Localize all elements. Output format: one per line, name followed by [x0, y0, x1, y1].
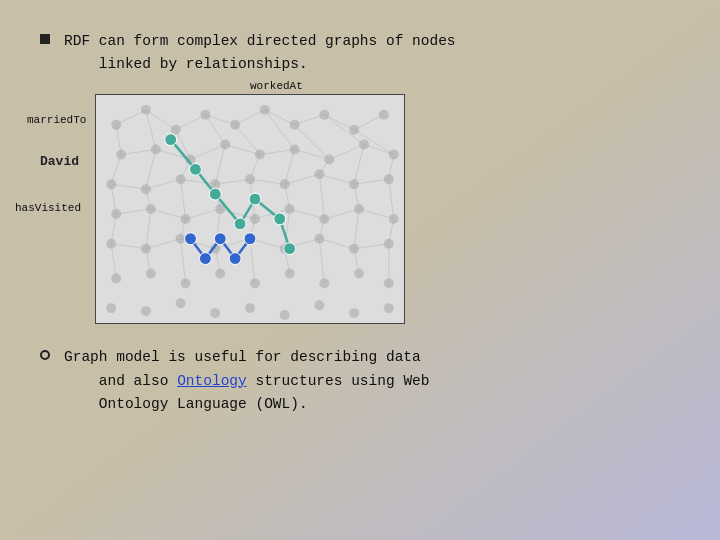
- svg-line-77: [235, 125, 260, 155]
- graph-box: [95, 94, 405, 324]
- label-marriedTo: marriedTo: [27, 114, 86, 126]
- bullet-square-icon: [40, 34, 50, 44]
- svg-point-59: [245, 304, 255, 314]
- svg-line-134: [146, 239, 181, 249]
- svg-line-90: [111, 155, 121, 185]
- svg-line-140: [354, 244, 389, 249]
- svg-line-66: [176, 115, 206, 130]
- svg-line-93: [215, 145, 225, 185]
- bullet-2-text: Graph model is useful for describing dat…: [64, 346, 429, 416]
- bullet-2: Graph model is useful for describing dat…: [40, 346, 680, 416]
- svg-line-95: [285, 150, 295, 185]
- bullet-circle-icon: [40, 350, 50, 360]
- svg-line-76: [205, 115, 225, 145]
- svg-line-107: [111, 185, 116, 215]
- svg-point-162: [209, 189, 221, 201]
- svg-point-168: [199, 253, 211, 265]
- label-workedAt: workedAt: [250, 80, 303, 92]
- svg-line-72: [354, 115, 384, 130]
- svg-line-119: [220, 209, 255, 219]
- svg-line-125: [146, 209, 151, 249]
- svg-point-0: [111, 120, 121, 130]
- svg-point-164: [249, 194, 261, 206]
- svg-line-102: [215, 180, 250, 185]
- svg-line-117: [151, 209, 186, 219]
- graph-svg: [96, 95, 404, 323]
- svg-line-73: [116, 125, 121, 155]
- svg-line-121: [290, 209, 325, 219]
- svg-point-58: [210, 309, 220, 319]
- svg-point-56: [141, 307, 151, 317]
- svg-line-104: [285, 175, 320, 185]
- svg-line-100: [146, 180, 181, 190]
- svg-line-124: [111, 214, 116, 244]
- svg-line-118: [186, 209, 221, 219]
- svg-line-139: [319, 239, 354, 249]
- svg-point-9: [379, 110, 389, 120]
- svg-point-167: [185, 233, 197, 245]
- svg-line-116: [116, 209, 151, 214]
- svg-point-61: [314, 301, 324, 311]
- svg-line-89: [364, 145, 394, 155]
- svg-point-55: [106, 304, 116, 314]
- svg-line-122: [324, 209, 359, 219]
- ontology-highlight: Ontology: [177, 373, 247, 389]
- svg-line-115: [389, 180, 394, 220]
- svg-line-147: [319, 239, 324, 284]
- svg-line-86: [260, 150, 295, 155]
- svg-line-145: [250, 239, 255, 284]
- svg-point-165: [274, 213, 286, 225]
- svg-line-97: [354, 145, 364, 185]
- svg-point-166: [284, 243, 296, 255]
- svg-line-84: [191, 145, 226, 160]
- svg-line-105: [319, 175, 354, 185]
- svg-point-170: [229, 253, 241, 265]
- svg-point-171: [244, 233, 256, 245]
- svg-point-63: [384, 304, 394, 314]
- svg-point-62: [349, 309, 359, 319]
- svg-line-103: [250, 180, 285, 185]
- svg-line-109: [181, 180, 186, 220]
- svg-line-123: [359, 209, 394, 219]
- svg-point-160: [165, 134, 177, 146]
- svg-line-141: [111, 244, 116, 279]
- svg-line-70: [295, 115, 325, 125]
- svg-line-71: [324, 115, 354, 130]
- svg-line-131: [354, 209, 359, 249]
- bullet-1: RDF can form complex directed graphs of …: [40, 30, 680, 76]
- svg-point-60: [280, 310, 290, 320]
- svg-point-163: [234, 218, 246, 230]
- svg-line-88: [329, 145, 364, 160]
- svg-point-169: [214, 233, 226, 245]
- bullet-1-text: RDF can form complex directed graphs of …: [64, 30, 456, 76]
- svg-point-47: [146, 269, 156, 279]
- svg-line-69: [265, 110, 295, 125]
- svg-point-57: [176, 299, 186, 309]
- david-label: David: [40, 154, 79, 169]
- svg-line-96: [319, 160, 329, 175]
- svg-point-161: [190, 164, 202, 176]
- svg-line-101: [181, 180, 216, 185]
- svg-line-67: [205, 115, 235, 125]
- svg-line-106: [354, 180, 389, 185]
- svg-line-133: [111, 244, 146, 249]
- label-hasVisited-left: hasVisited: [15, 202, 81, 214]
- svg-line-143: [181, 239, 186, 284]
- diagram-container: David workedAt marriedTo Susan Library h…: [40, 94, 680, 324]
- svg-line-82: [121, 150, 156, 155]
- svg-line-94: [250, 155, 260, 180]
- svg-line-99: [111, 185, 146, 190]
- slide: RDF can form complex directed graphs of …: [0, 0, 720, 540]
- svg-line-64: [116, 110, 146, 125]
- svg-line-113: [319, 175, 324, 220]
- svg-line-85: [225, 145, 260, 155]
- svg-line-68: [235, 110, 265, 125]
- svg-line-78: [265, 110, 295, 150]
- svg-line-91: [146, 150, 156, 190]
- diagram-wrapper: workedAt marriedTo Susan Library hasVisi…: [95, 94, 405, 324]
